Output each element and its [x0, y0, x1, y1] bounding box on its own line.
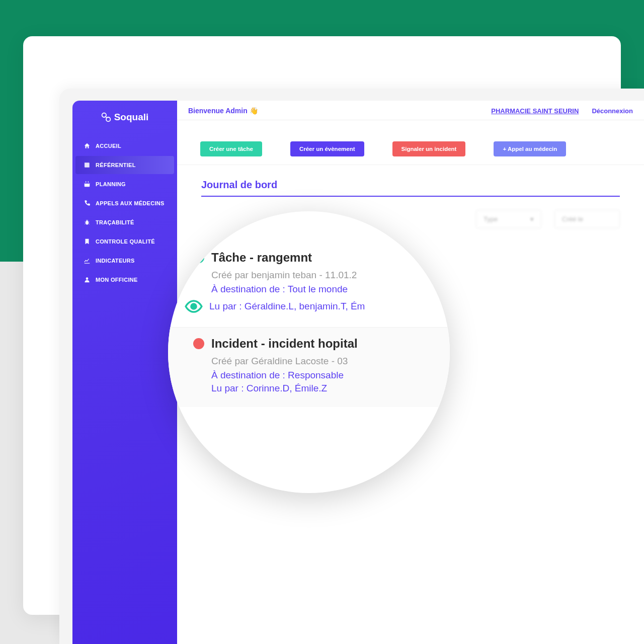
- svg-point-0: [102, 113, 106, 117]
- svg-point-8: [191, 304, 196, 309]
- sidebar-item-label: APPELS AUX MÉDECINS: [96, 200, 165, 206]
- svg-point-1: [106, 117, 110, 121]
- filter-type-select[interactable]: Type ▾: [476, 210, 541, 228]
- logo-icon: [101, 112, 111, 122]
- entry-created-by: Créé par Géraldine Lacoste - 03: [211, 356, 430, 367]
- sidebar-item-accueil[interactable]: ACCUEIL: [75, 137, 174, 155]
- entry-destination: À destination de : Responsable: [211, 370, 430, 381]
- entry-read-row: Lu par : Géraldine.L, benjamin.T, Ém: [184, 297, 430, 316]
- magnifier-overlay: Tâche - rangemnt Créé par benjamin teban…: [168, 211, 450, 493]
- logout-link[interactable]: Déconnexion: [592, 107, 633, 115]
- sidebar-item-controle[interactable]: CONTROLE QUALITÉ: [75, 232, 174, 251]
- chart-icon: [84, 257, 91, 264]
- sidebar-item-label: RÉFÉRENTIEL: [96, 162, 136, 168]
- entry-read-by: Lu par : Géraldine.L, benjamin.T, Ém: [209, 301, 365, 312]
- greeting-text: Bienvenue Admin 👋: [188, 107, 258, 115]
- sidebar-item-label: CONTROLE QUALITÉ: [96, 238, 155, 245]
- sidebar-item-appels[interactable]: APPELS AUX MÉDECINS: [75, 194, 174, 212]
- topbar-right: PHARMACIE SAINT SEURIN Déconnexion: [491, 107, 633, 115]
- brand-logo[interactable]: Soquali: [72, 112, 177, 123]
- journal-entry-incident[interactable]: Incident - incident hopital Créé par Gér…: [168, 327, 450, 407]
- sidebar-item-label: MON OFFICINE: [96, 277, 138, 283]
- svg-rect-5: [88, 181, 89, 183]
- sidebar-item-label: TRAÇABILITÉ: [96, 219, 134, 225]
- sidebar-item-tracabilite[interactable]: TRAÇABILITÉ: [75, 213, 174, 231]
- create-task-button[interactable]: Créer une tâche: [200, 141, 262, 156]
- user-icon: [84, 276, 91, 283]
- svg-point-6: [86, 221, 89, 225]
- phone-icon: [84, 200, 91, 207]
- svg-rect-4: [86, 181, 86, 183]
- sidebar-item-label: ACCUEIL: [96, 143, 121, 149]
- svg-rect-3: [85, 182, 90, 184]
- svg-point-7: [86, 277, 89, 280]
- entry-read-by: Lu par : Corinne.D, Émile.Z: [211, 383, 430, 394]
- filter-created-select[interactable]: Créé le: [554, 210, 620, 228]
- entry-title: Tâche - rangemnt: [211, 251, 312, 265]
- report-incident-button[interactable]: Signaler un incident: [392, 141, 466, 156]
- entry-title: Incident - incident hopital: [211, 337, 358, 351]
- sidebar-item-indicateurs[interactable]: INDICATEURS: [75, 252, 174, 270]
- bookmark-icon: [84, 238, 91, 245]
- book-icon: [84, 162, 91, 169]
- journal-entry-task[interactable]: Tâche - rangemnt Créé par benjamin teban…: [188, 242, 435, 327]
- topbar: Bienvenue Admin 👋 PHARMACIE SAINT SEURIN…: [177, 101, 644, 120]
- section-title: Journal de bord: [201, 179, 620, 191]
- action-buttons-row: Créer une tâche Créer un évènement Signa…: [177, 120, 644, 165]
- calendar-icon: [84, 181, 91, 188]
- brand-name: Soquali: [114, 112, 149, 123]
- filter-created-label: Créé le: [562, 215, 583, 223]
- home-icon: [84, 142, 91, 149]
- sidebar-item-label: PLANNING: [96, 181, 126, 187]
- call-doctor-button[interactable]: + Appel au médecin: [494, 141, 566, 156]
- eye-icon: [184, 297, 203, 316]
- sidebar-item-officine[interactable]: MON OFFICINE: [75, 271, 174, 289]
- status-dot-red: [193, 338, 204, 349]
- bug-icon: [84, 219, 91, 226]
- sidebar-item-label: INDICATEURS: [96, 258, 135, 264]
- filter-type-label: Type: [484, 215, 498, 223]
- entry-created-by: Créé par benjamin teban - 11.01.2: [211, 270, 430, 281]
- section-divider: [201, 196, 620, 197]
- create-event-button[interactable]: Créer un évènement: [290, 141, 364, 156]
- sidebar-item-referentiel[interactable]: RÉFÉRENTIEL: [75, 156, 174, 174]
- sidebar: Soquali ACCUEIL RÉFÉRENTIEL PLANNING APP…: [72, 101, 177, 644]
- chevron-down-icon: ▾: [530, 215, 534, 223]
- pharmacy-link[interactable]: PHARMACIE SAINT SEURIN: [491, 107, 579, 115]
- entry-destination: À destination de : Tout le monde: [211, 284, 430, 295]
- sidebar-item-planning[interactable]: PLANNING: [75, 175, 174, 193]
